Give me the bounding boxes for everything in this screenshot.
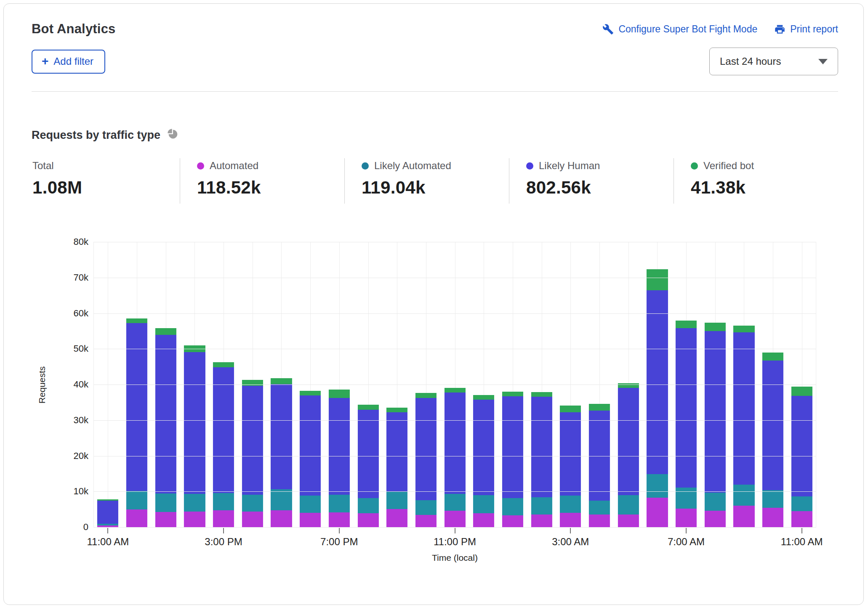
bar-9-00-am[interactable] xyxy=(733,326,754,528)
bar-5-00-am[interactable] xyxy=(618,383,639,528)
bar-10-00-am[interactable] xyxy=(762,353,783,528)
bar-2-00-am[interactable] xyxy=(531,392,552,528)
bar-4-00-pm[interactable] xyxy=(242,380,263,528)
bar-segment-verified-bot xyxy=(300,391,321,396)
gridline: 10k xyxy=(93,491,816,492)
bar-segment-likely-automated xyxy=(676,488,697,509)
bar-segment-automated xyxy=(676,509,697,528)
stat-total[interactable]: Total1.08M xyxy=(32,158,180,204)
bar-11-00-pm[interactable] xyxy=(445,388,466,528)
bar-7-00-pm[interactable] xyxy=(329,390,350,528)
stat-automated[interactable]: Automated118.52k xyxy=(180,158,344,204)
bar-segment-likely-human xyxy=(705,331,726,493)
chevron-down-icon xyxy=(818,59,828,64)
bar-slot xyxy=(440,242,469,528)
time-range-select[interactable]: Last 24 hours xyxy=(709,48,838,75)
bar-segment-verified-bot xyxy=(560,406,581,412)
legend-dot xyxy=(197,162,204,170)
bar-segment-likely-human xyxy=(184,352,205,494)
bar-6-00-pm[interactable] xyxy=(300,391,321,528)
y-tick-label: 40k xyxy=(74,379,88,390)
bar-segment-likely-human xyxy=(300,395,321,495)
bar-segment-likely-automated xyxy=(705,493,726,511)
stat-verified-bot[interactable]: Verified bot41.38k xyxy=(674,158,838,204)
bar-segment-likely-human xyxy=(502,396,523,498)
bar-3-00-pm[interactable] xyxy=(213,362,234,528)
bar-segment-verified-bot xyxy=(271,378,292,384)
bar-slot xyxy=(296,242,325,528)
bar-slot xyxy=(730,242,759,528)
bar-segment-likely-automated xyxy=(762,490,783,508)
bar-segment-likely-human xyxy=(357,410,378,498)
print-report-link[interactable]: Print report xyxy=(774,24,838,35)
gridline: 30k xyxy=(93,420,816,421)
x-tick-label: 11:00 PM xyxy=(434,536,476,548)
bar-10-00-pm[interactable] xyxy=(415,393,437,528)
y-tick-label: 70k xyxy=(74,272,88,283)
bar-segment-likely-human xyxy=(676,328,697,488)
bar-segment-verified-bot xyxy=(733,326,754,333)
bar-segment-likely-automated xyxy=(242,495,263,512)
stat-likely-human[interactable]: Likely Human802.56k xyxy=(509,158,674,204)
x-axis-title: Time (local) xyxy=(93,553,816,563)
bar-5-00-pm[interactable] xyxy=(271,378,292,528)
wrench-icon xyxy=(602,24,614,35)
bar-3-00-am[interactable] xyxy=(560,406,581,528)
bar-11-00-am[interactable] xyxy=(97,499,118,528)
add-filter-button[interactable]: + Add filter xyxy=(32,50,105,74)
bar-slot xyxy=(614,242,643,528)
gridline: 40k xyxy=(93,385,816,385)
bar-1-00-am[interactable] xyxy=(502,392,523,528)
configure-super-bot-fight-mode-link[interactable]: Configure Super Bot Fight Mode xyxy=(602,24,757,35)
x-tick-mark xyxy=(107,528,108,533)
bar-segment-likely-human xyxy=(733,332,754,485)
bar-segment-automated xyxy=(502,515,523,528)
bar-segment-likely-automated xyxy=(184,494,205,512)
gridline: 60k xyxy=(93,313,816,314)
bar-segment-likely-human xyxy=(647,290,668,474)
y-tick-label: 10k xyxy=(74,486,88,497)
bar-11-00-am[interactable] xyxy=(791,387,812,528)
x-tick-mark xyxy=(455,528,455,533)
bar-12-00-am[interactable] xyxy=(473,395,494,528)
time-range-value: Last 24 hours xyxy=(720,56,781,67)
bar-1-00-pm[interactable] xyxy=(155,328,176,528)
bar-slot xyxy=(585,242,614,528)
bar-segment-likely-human xyxy=(329,398,350,495)
bar-8-00-am[interactable] xyxy=(705,323,726,528)
x-tick-mark xyxy=(686,528,687,533)
bar-6-00-am[interactable] xyxy=(647,269,668,528)
bar-segment-automated xyxy=(213,510,234,528)
page-title: Bot Analytics xyxy=(32,21,116,37)
bar-segment-likely-human xyxy=(213,367,234,493)
bar-4-00-am[interactable] xyxy=(589,404,610,528)
bar-segment-likely-human xyxy=(271,384,292,489)
bar-12-00-pm[interactable] xyxy=(126,318,147,528)
bar-segment-likely-automated xyxy=(445,494,466,511)
bar-segment-verified-bot xyxy=(126,318,147,323)
bar-segment-likely-automated xyxy=(271,489,292,510)
bar-segment-likely-human xyxy=(415,398,437,500)
bar-7-00-am[interactable] xyxy=(676,321,697,528)
bar-segment-likely-automated xyxy=(618,495,639,515)
plus-icon: + xyxy=(42,57,48,66)
bar-segment-automated xyxy=(300,513,321,528)
bar-segment-verified-bot xyxy=(386,408,407,412)
bar-segment-verified-bot xyxy=(502,392,523,396)
y-tick-label: 30k xyxy=(74,415,88,426)
bar-segment-verified-bot xyxy=(213,362,234,367)
bar-slot xyxy=(354,242,383,528)
y-tick-label: 50k xyxy=(74,343,88,354)
bar-2-00-pm[interactable] xyxy=(184,345,205,528)
bar-slot xyxy=(672,242,701,528)
bar-segment-automated xyxy=(733,506,754,528)
stat-likely-automated[interactable]: Likely Automated119.04k xyxy=(344,158,509,204)
x-tick-mark xyxy=(339,528,340,533)
bar-slot xyxy=(759,242,788,528)
bar-segment-likely-human xyxy=(126,323,147,491)
bar-8-00-pm[interactable] xyxy=(357,405,378,528)
bar-9-00-pm[interactable] xyxy=(386,408,407,528)
bar-slot xyxy=(527,242,556,528)
bar-segment-likely-automated xyxy=(415,500,437,515)
y-tick-label: 0 xyxy=(83,522,88,533)
